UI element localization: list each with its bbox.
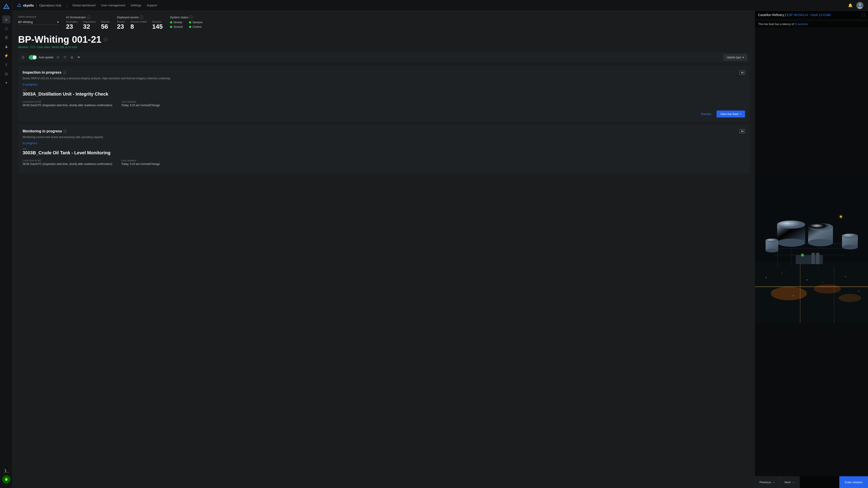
latency-value: 8 seconds [796, 23, 808, 26]
view-live-feed-label: View live feed [720, 112, 738, 116]
refinery-visualization [755, 11, 868, 488]
workzone-selector: Select workzone BP-Whiting ▾ [18, 15, 59, 25]
sidebar-item-network[interactable]: ⬡ [2, 24, 10, 33]
auto-update-toggle[interactable]: Auto-update [29, 55, 53, 60]
toggle-track[interactable] [29, 55, 37, 60]
monitoring-ai-badge: AI [739, 129, 745, 133]
reports-label: Reports [101, 20, 110, 23]
sidebar-item-list[interactable]: ☰ [2, 33, 10, 41]
menu-icon[interactable]: ☰ [21, 55, 26, 60]
nav-settings[interactable]: Settings [131, 3, 141, 8]
ai-orchestrator-block: AI Orchestrator i Anomalies 23 Inspectio… [66, 15, 110, 30]
plus-icon: + [740, 112, 741, 116]
svg-point-36 [766, 249, 778, 252]
monitoring-local-time-label: Local time at WZ [23, 159, 112, 162]
feed-image [755, 11, 868, 488]
notification-bell-icon[interactable]: 🔔 [848, 3, 852, 7]
sidebar-item-analytics[interactable]: ⚡ [2, 52, 10, 60]
workzone-value: BP-Whiting [18, 20, 33, 24]
sidebar-item-export[interactable]: ⇧ [2, 61, 10, 69]
refresh-icon[interactable]: ↺ [56, 55, 60, 60]
status-dot-sensors [189, 21, 191, 24]
nav-global-dashboard[interactable]: Global dashboard [72, 3, 96, 8]
nav-divider [67, 3, 67, 8]
sidebar-item-target[interactable]: ◎ [2, 70, 10, 78]
view-live-feed-button[interactable]: View live feed + [717, 110, 745, 118]
flag-icon[interactable]: ⚑ [76, 55, 81, 60]
sidebar-item-drone[interactable]: ✦ [2, 78, 10, 87]
sensors-stat: Sensors 145 [152, 20, 163, 30]
sidebar-item-people[interactable]: ♟ [2, 42, 10, 51]
latency-text: This live feed has a latency of: [758, 23, 796, 26]
zone-info-icon[interactable]: i [104, 38, 107, 41]
inspection-last-updated: Last Updated Today, 5:23 am Central/Chic… [121, 100, 160, 107]
ai-orchestrator-info-icon[interactable]: i [87, 15, 90, 19]
status-dot-control [189, 26, 191, 28]
live-feed-panel: Castellon Refinery | ESP 00154114 - Dock… [755, 11, 868, 488]
svg-point-44 [782, 273, 782, 273]
inspection-last-updated-label: Last Updated [121, 100, 160, 103]
status-dot-drones [170, 21, 172, 24]
grid-icon[interactable]: ⊞ [70, 55, 74, 60]
inspections-value: 32 [83, 24, 96, 30]
monitoring-wz-prefix: WZ [23, 148, 745, 150]
inspection-actions: Dismiss View live feed + [23, 110, 745, 118]
system-status-info-icon[interactable]: i [189, 15, 193, 19]
feed-bottom-nav: Previous ← Next → Enter mission [755, 476, 868, 488]
deployed-assets-info-icon[interactable]: i [140, 15, 143, 19]
inspection-card: Inspection in progress i AI Drone ORR-D-… [18, 66, 749, 122]
previous-feed-button[interactable]: Previous ← [755, 476, 780, 488]
svg-point-45 [807, 280, 807, 281]
svg-point-11 [814, 285, 841, 293]
auto-update-label: Auto-update [39, 56, 53, 59]
workzone-dropdown[interactable]: BP-Whiting ▾ [18, 20, 59, 25]
nav-user-management[interactable]: User management [101, 3, 125, 8]
next-label: Next [784, 481, 791, 484]
system-status-block: System status i Drones Sensors [170, 15, 203, 29]
nav-links: Global dashboard User management Setting… [72, 3, 157, 8]
svg-point-12 [839, 294, 861, 302]
svg-point-25 [777, 221, 805, 229]
sidebar-item-home[interactable]: ⌂ [2, 15, 10, 24]
monitoring-desc: Monitoring current tank levels and ensur… [23, 135, 745, 139]
feed-latency-bar: This live feed has a latency of: 8 secon… [755, 21, 868, 27]
chevron-down-icon: ▾ [57, 20, 59, 24]
update-type-dropdown[interactable]: Update type ▾ [723, 54, 747, 61]
content-area: Select workzone BP-Whiting ▾ AI Orchestr… [13, 11, 868, 488]
next-feed-button[interactable]: Next → [780, 476, 800, 488]
reports-stat: Reports 56 [101, 20, 110, 30]
monitoring-wz-name: 3003B_Crude Oil Tank - Level Monitoring [23, 150, 745, 156]
svg-point-43 [766, 277, 767, 278]
clock-icon[interactable]: ⏱ [62, 55, 67, 60]
hub-text: Operations Hub [39, 4, 61, 7]
svg-point-33 [842, 234, 858, 238]
monitoring-info-icon[interactable]: i [63, 129, 67, 133]
inspection-info-icon[interactable]: i [63, 71, 66, 74]
svg-point-29 [808, 223, 833, 230]
feed-title-prefix: Castellon Refinery | [758, 13, 786, 17]
inspection-status: In progress [23, 83, 745, 86]
monitoring-meta: Local time at WZ 06:00 Zulu/UTC (Inspect… [23, 159, 745, 166]
inspection-last-updated-value: Today, 5:23 am Central/Chicago [121, 104, 160, 107]
svg-point-10 [771, 287, 807, 300]
nav-support[interactable]: Support [147, 3, 157, 8]
monitoring-title: Monitoring in progress i [23, 129, 67, 133]
svg-point-42 [839, 215, 843, 219]
ground-value: 8 [130, 24, 147, 30]
svg-point-37 [766, 238, 778, 242]
enter-mission-button[interactable]: Enter mission [839, 476, 868, 488]
ground-stat: Ground mobile 8 [130, 20, 147, 30]
status-dot-ground [170, 26, 172, 28]
inspection-title: Inspection in progress i [23, 70, 66, 74]
monitoring-local-time-value: 06:00 Zulu/UTC (Inspection start time, s… [23, 162, 112, 166]
sidebar-item-terminal[interactable]: ❯_ [2, 466, 10, 475]
feed-header: Castellon Refinery | ESP 00154114 - Dock… [755, 11, 868, 19]
dismiss-inspection-button[interactable]: Dismiss [698, 110, 714, 118]
user-avatar[interactable] [856, 2, 864, 9]
monitoring-last-updated: Last Updated Today, 5:23 am Central/Chic… [121, 159, 160, 166]
status-sensors: Sensors [189, 21, 203, 24]
topnav-right: 🔔 [848, 2, 864, 9]
expand-feed-icon[interactable]: ⛶ [862, 13, 865, 17]
sensors-label: Sensors [152, 20, 163, 23]
stats-section: Select workzone BP-Whiting ▾ AI Orchestr… [18, 15, 749, 30]
